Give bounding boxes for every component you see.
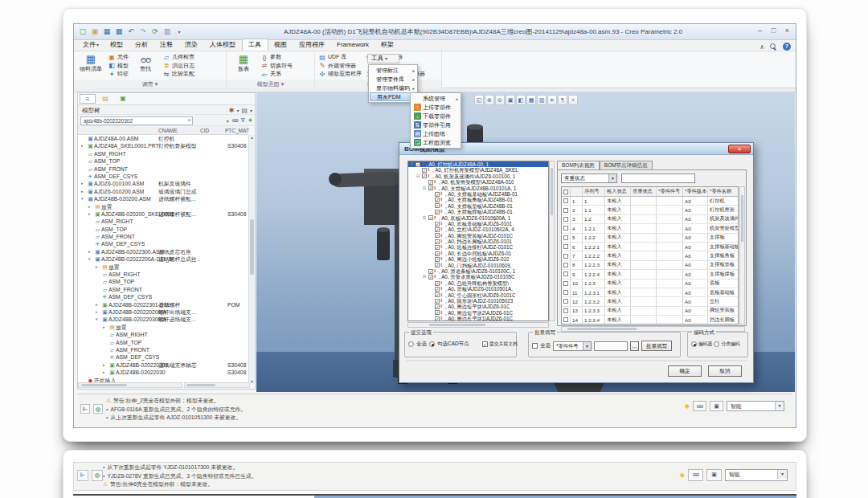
row-checkbox[interactable] (563, 244, 568, 249)
bom-tree-row[interactable]: ✓ ‖ , A0, 圆形块\AJDZ-010105023 (408, 298, 548, 304)
bom-button[interactable]: 物料清单 (77, 53, 104, 72)
tree-row[interactable]: ▸ AJDZ48A_SKEL0001.PRT 灯控机骨架模型 S30408 (78, 142, 248, 149)
qat-icon[interactable] (102, 27, 112, 37)
column-header[interactable]: 序列号 (583, 187, 605, 196)
submenu-item[interactable]: 上传图纸 (411, 129, 460, 138)
minimize-icon[interactable]: – (755, 27, 764, 35)
tree-horizontal-scrollbar[interactable] (78, 382, 182, 388)
tree-row[interactable]: AJDZ48A-00.ASM 灯控机 (78, 135, 248, 142)
ribbon-tab[interactable]: 注释 (154, 39, 179, 51)
expander-icon[interactable]: ⊟ (423, 186, 428, 191)
table-row[interactable]: 13 1.2.3.3 未检入 A0 脚轮安装板 AJDZ-C (562, 307, 738, 316)
submenu-item[interactable]: 下载零部件 (411, 112, 460, 120)
tree-show-icon[interactable] (241, 107, 248, 114)
table-row[interactable]: 2 1.1 未检入 A0 灯控机骨架… AJDZ48 (562, 206, 738, 214)
message-flag-icon[interactable] (80, 404, 90, 414)
search-input[interactable]: ajdz48b-0202220302 (80, 116, 193, 125)
checkbox[interactable]: ✓ (422, 173, 427, 178)
favorites-tab[interactable] (115, 94, 131, 104)
checkbox-linked-docs[interactable]: ✓ (482, 341, 488, 347)
bom-tree-row[interactable]: ✓ ‖ , A0, 底板基础板\AJDZ6-0101 (408, 221, 548, 227)
bom-tree-row[interactable]: ✓ ‖ , A0, 周边短平块\AJDZ6-01C (408, 304, 548, 309)
compare-assembly-button[interactable]: 比较装配 (162, 70, 194, 78)
select-box-button[interactable] (710, 401, 723, 411)
expander-icon[interactable]: ⊟ (423, 274, 428, 280)
column-header[interactable]: 查重状态 (631, 187, 657, 196)
row-checkbox[interactable] (563, 198, 568, 203)
bom-tree-row[interactable]: ⊟ ✓ ‖ , A0, 支撑板\AJDZ48B-010101A, 1 (408, 186, 548, 191)
feature-button[interactable]: 特征 (108, 70, 129, 78)
checkbox[interactable]: ✓ (416, 162, 420, 167)
ribbon-tab[interactable]: 框架 (375, 39, 400, 51)
row-checkbox[interactable] (563, 226, 568, 231)
checkbox[interactable]: ✓ (435, 304, 440, 309)
ribbon-tab[interactable]: 视图 (268, 39, 293, 51)
cancel-button[interactable]: 取消 (708, 365, 742, 377)
radio-class-code[interactable] (714, 341, 719, 347)
table-row[interactable]: 14 1.2.3.4 未检入 A0 挡边长脚板 AJDZ6- (562, 316, 738, 325)
tree-row[interactable]: ASM_TOP (78, 157, 248, 165)
tree-row[interactable]: ASM_TOP (78, 278, 248, 285)
qat-icon[interactable] (138, 27, 148, 37)
family-table-button[interactable]: 族表 (230, 53, 257, 72)
find-icon[interactable]: ΘΘ (232, 118, 238, 123)
checkbox[interactable]: ✓ (435, 233, 440, 238)
chevron-down-icon[interactable]: ▾ (250, 108, 252, 113)
graphics-tool-button[interactable] (485, 95, 494, 105)
checkbox[interactable]: ✓ (435, 251, 440, 256)
checkbox[interactable]: ✓ (435, 222, 440, 227)
dialog-close-button[interactable]: × (728, 145, 751, 153)
tree-settings-icon[interactable] (229, 107, 235, 114)
expander-icon[interactable]: ⊟ (423, 215, 428, 221)
checkbox[interactable]: ✓ (435, 210, 440, 214)
expander-icon[interactable]: ▸ (96, 301, 101, 308)
tree-row[interactable]: ▸ AJDZ48B-020220200.A 螺杆出纸端支… (78, 308, 248, 316)
checkbox[interactable]: ✓ (435, 227, 440, 232)
bom-tree-row[interactable]: ✓ ‖ , A0, 凸轮升降机构骨架模型\ (408, 280, 548, 286)
bom-tree-row[interactable]: ✓ ‖ , A0, 灯控机骨架模型\AJDZ48A_SKEL (408, 167, 548, 173)
ribbon-tab[interactable]: 分析 (129, 39, 154, 51)
expander-icon[interactable]: ▸ (88, 203, 94, 210)
browse-button[interactable]: … (630, 341, 639, 351)
bom-tree-vscrollbar[interactable] (549, 161, 555, 321)
tree-row[interactable]: ▸ AJDZ48B-020200_SKEL0001 进纸螺杆被配… S30408 (78, 210, 248, 218)
qat-icon[interactable] (162, 27, 172, 37)
parameters-button[interactable]: 参数 (260, 53, 293, 61)
bom-tree-row[interactable]: ✓ ‖ , A0, 支撑板垫板\AJDZ48B-01 (408, 203, 548, 209)
row-checkbox[interactable] (563, 208, 568, 213)
column-header[interactable]: CID (200, 126, 209, 135)
tree-row[interactable]: ▸ 放置 (78, 263, 248, 271)
checkbox[interactable]: ✓ (435, 316, 440, 321)
tree-row[interactable]: ▸ 放置 (78, 203, 248, 210)
add-filter-icon[interactable]: + (248, 116, 252, 124)
bom-tree-row[interactable]: ✓ ‖ , A0, 机架骨架模型\AJDZ48A-010 (408, 179, 548, 185)
radio-coder[interactable] (691, 341, 697, 347)
expander-icon[interactable]: ▸ (81, 142, 87, 149)
column-header[interactable]: PTC_MAT (225, 126, 249, 135)
tree-row[interactable]: ▾ AJDZ48B-020200.ASM 进纸螺杆被配… (78, 195, 248, 202)
checkbox[interactable]: ✓ (435, 299, 440, 304)
geometry-check-button[interactable]: 几何检查 (162, 53, 194, 61)
table-row[interactable]: 9 1.2.2.4 未检入 A0 支撑板撑板 AJDZ48 (562, 270, 738, 279)
find-button[interactable]: ΘΘ (693, 401, 706, 411)
checkbox[interactable]: ✓ (428, 269, 433, 274)
bom-tree-hscrollbar[interactable] (407, 322, 549, 328)
table-row[interactable]: 6 1.2.2.1 未检入 A0 支撑板基础板 AJDZ48 (562, 243, 738, 251)
bom-tree-row[interactable]: ✓ ‖ , A0, 支撑板基础板\AJDZ48B-01 (408, 191, 548, 197)
tree-row[interactable]: ▸ AJDZ48B-02022030 S30408 (78, 369, 248, 376)
filter-input[interactable] (621, 173, 695, 183)
checkbox[interactable]: ✓ (435, 310, 440, 315)
row-checkbox[interactable] (563, 254, 568, 259)
row-checkbox[interactable] (563, 281, 568, 286)
checkbox[interactable]: ✓ (435, 257, 440, 262)
checkbox[interactable]: ✓ (435, 192, 440, 197)
checkbox[interactable]: ✓ (428, 275, 433, 280)
component-button[interactable]: 元件 (108, 53, 129, 61)
switch-symbols-button[interactable]: 切换符号 (260, 62, 293, 70)
bom-tree-row[interactable]: ✓ ‖ , A0, 滑道条板\AJDZ6-010100C, 1 (408, 268, 548, 274)
expander-icon[interactable]: ▸ (81, 188, 87, 195)
expander-icon[interactable]: ▸ (103, 324, 108, 331)
graphics-tool-button[interactable] (547, 95, 557, 105)
message-log-button[interactable]: 消息日志 (162, 62, 194, 70)
graphics-tool-button[interactable] (474, 95, 484, 105)
